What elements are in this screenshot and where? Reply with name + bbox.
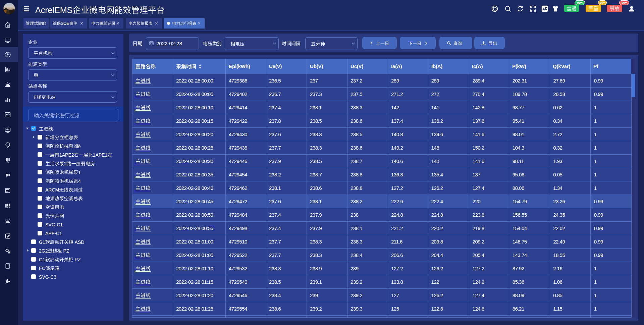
svg-text:ARCM: ARCM [45,187,59,193]
svg-text:SVG-C3: SVG-C3 [39,274,56,280]
svg-text:APF-C1: APF-C1 [45,231,62,236]
svg-text:AcrelEMS: AcrelEMS [35,5,72,15]
svg-text:EC: EC [39,266,45,271]
svg-text:SVG-C1: SVG-C1 [45,222,63,227]
svg-text:G1: G1 [39,257,45,262]
svg-text:2: 2 [73,144,76,149]
svg-text:1: 1 [78,170,81,175]
svg-text:2G2: 2G2 [39,248,48,254]
svg-text:SOE: SOE [61,21,69,26]
svg-text:PZ: PZ [75,257,81,262]
svg-text:G1: G1 [39,239,45,245]
svg-text:ASD: ASD [75,239,85,245]
svg-text:PZ: PZ [63,248,69,254]
svg-text:1APE1: 1APE1 [93,152,107,158]
svg-text:E: E [34,95,37,100]
svg-text:4: 4 [78,178,81,184]
svg-text:1APE2: 1APE2 [59,152,74,158]
svg-text:2: 2 [64,161,67,166]
svg-text:A: A [542,7,545,11]
